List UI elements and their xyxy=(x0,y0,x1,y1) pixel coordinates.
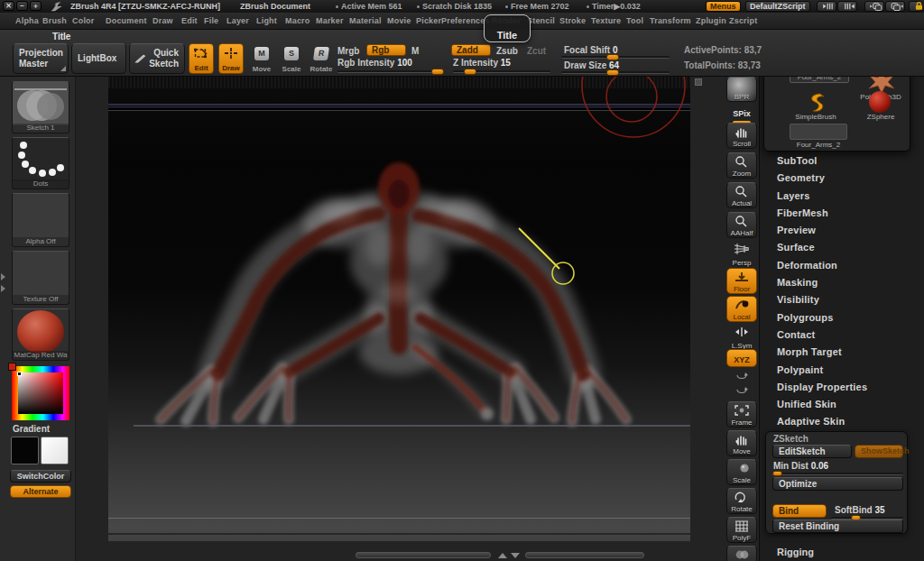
move-mode-button[interactable]: M Move xyxy=(249,43,274,74)
canvas[interactable] xyxy=(108,77,690,541)
rotate-canvas-button[interactable]: Rotate xyxy=(726,488,757,514)
menu-file[interactable]: File xyxy=(204,16,218,25)
menu-preferences[interactable]: Preferences xyxy=(441,16,490,25)
aahalf-button[interactable]: AAHalf xyxy=(726,212,757,238)
zsphere-icon[interactable] xyxy=(869,91,891,113)
tray-divider-arrow-icon[interactable] xyxy=(1,285,5,292)
mrgb-button[interactable]: Mrgb xyxy=(337,46,359,56)
matcap-thumbnail[interactable]: MatCap Red Wa xyxy=(12,308,69,361)
frame-button[interactable]: Frame xyxy=(726,401,757,428)
menu-layer[interactable]: Layer xyxy=(226,16,249,25)
scale-mode-button[interactable]: S Scale xyxy=(279,43,304,74)
menus-button[interactable]: Menus xyxy=(706,1,741,12)
projection-master-button[interactable]: ProjectionMaster xyxy=(13,43,69,74)
right-tray-toggle-icon[interactable] xyxy=(837,1,857,12)
simplebrush-icon[interactable] xyxy=(802,91,829,115)
menu-macro[interactable]: Macro xyxy=(285,16,310,25)
switch-color-button[interactable]: SwitchColor xyxy=(10,470,71,483)
floor-button[interactable]: Floor xyxy=(726,268,757,294)
alternate-button[interactable]: Alternate xyxy=(10,485,71,498)
menu-alpha[interactable]: Alpha xyxy=(15,16,39,25)
zsketch-header[interactable]: ZSketch xyxy=(773,434,808,444)
menu-stencil[interactable]: Stencil xyxy=(527,16,555,25)
close-window-button[interactable]: ✕ xyxy=(3,1,14,11)
lightbox-button[interactable]: LightBox xyxy=(71,43,126,74)
section-polypaint[interactable]: Polypaint xyxy=(760,364,924,382)
menu-stroke[interactable]: Stroke xyxy=(559,16,586,25)
menu-material[interactable]: Material xyxy=(349,16,382,25)
left-palette-dock-icon[interactable] xyxy=(864,1,884,12)
section-contact[interactable]: Contact xyxy=(760,329,924,346)
menu-marker[interactable]: Marker xyxy=(316,16,344,25)
tray-divider-arrow-icon[interactable] xyxy=(1,273,5,280)
optimize-button[interactable]: Optimize xyxy=(772,477,903,491)
menu-zscript[interactable]: Zscript xyxy=(729,16,757,25)
scroll-button[interactable]: Scroll xyxy=(726,123,757,149)
transp-button[interactable]: Transp xyxy=(726,546,757,561)
bpr-render-button[interactable]: BPR xyxy=(726,77,757,102)
right-palette-dock-icon[interactable] xyxy=(885,1,905,12)
rgb-intensity-slider[interactable] xyxy=(337,70,444,73)
zoom-window-button[interactable]: ＋ xyxy=(30,1,42,11)
m-button[interactable]: M xyxy=(411,46,419,56)
section-subtool[interactable]: SubTool xyxy=(760,155,924,172)
section-rigging[interactable]: Rigging xyxy=(777,547,814,557)
persp-button[interactable]: Persp xyxy=(726,241,757,267)
menu-picker[interactable]: Picker xyxy=(416,16,441,25)
rgb-button[interactable]: Rgb xyxy=(366,44,406,56)
xyz-button[interactable]: XYZ xyxy=(726,349,757,367)
texture-off-thumbnail[interactable]: Texture Off xyxy=(12,251,69,305)
menu-edit[interactable]: Edit xyxy=(181,16,198,25)
quick-sketch-button[interactable]: QuickSketch xyxy=(129,43,185,74)
edit-sketch-button[interactable]: EditSketch xyxy=(772,445,852,458)
section-masking[interactable]: Masking xyxy=(760,277,924,294)
minimize-window-button[interactable]: − xyxy=(16,1,28,11)
menu-movie[interactable]: Movie xyxy=(387,16,411,25)
menu-brush[interactable]: Brush xyxy=(42,16,67,25)
section-polygroups[interactable]: Polygroups xyxy=(760,312,924,329)
move-canvas-button[interactable]: Move xyxy=(726,430,757,456)
alpha-off-thumbnail[interactable]: Alpha Off xyxy=(12,193,69,247)
gradient-label[interactable]: Gradient xyxy=(13,424,50,434)
horizontal-scrollbar-right[interactable] xyxy=(525,552,644,558)
section-visibility[interactable]: Visibility xyxy=(760,294,924,311)
horizontal-scrollbar-left[interactable] xyxy=(356,552,491,558)
min-dist-slider[interactable] xyxy=(772,473,903,475)
menu-tool[interactable]: Tool xyxy=(626,16,643,25)
rotate-mode-button[interactable]: R Rotate xyxy=(309,43,334,74)
spin-y-icon[interactable] xyxy=(726,369,757,383)
menu-texture[interactable]: Texture xyxy=(591,16,621,25)
scroll-up-arrow-icon[interactable] xyxy=(498,553,507,558)
polyframe-button[interactable]: PolyF xyxy=(726,517,757,543)
menu-color[interactable]: Color xyxy=(72,16,95,25)
show-sketch-button[interactable]: ShowSketch xyxy=(855,445,903,458)
brush-thumbnail-sketch1[interactable]: Sketch 1 xyxy=(12,81,69,133)
main-color-swatch[interactable] xyxy=(11,437,39,464)
section-fibermesh[interactable]: FiberMesh xyxy=(760,207,924,225)
menu-light[interactable]: Light xyxy=(256,16,277,25)
menu-document[interactable]: Document xyxy=(106,16,147,25)
menu-zplugin[interactable]: Zplugin xyxy=(696,16,726,25)
menu-draw[interactable]: Draw xyxy=(152,16,173,25)
tool-item-label[interactable]: ZSphere xyxy=(851,113,910,121)
z-intensity-slider-handle[interactable] xyxy=(464,69,476,75)
rgb-intensity-slider-handle[interactable] xyxy=(431,69,444,75)
tool-item-label[interactable]: Four_Arms_2 xyxy=(777,141,860,149)
spin-z-icon[interactable] xyxy=(726,383,757,398)
actual-size-button[interactable]: Actual xyxy=(726,182,757,208)
zcut-button[interactable]: Zcut xyxy=(527,46,546,56)
draw-mode-button[interactable]: Draw xyxy=(218,43,244,74)
left-tray-toggle-icon[interactable] xyxy=(817,1,836,12)
section-morph-target[interactable]: Morph Target xyxy=(760,346,924,363)
section-deformation[interactable]: Deformation xyxy=(760,260,924,277)
scroll-down-arrow-icon[interactable] xyxy=(511,553,520,558)
lock-icon[interactable] xyxy=(909,1,922,12)
min-dist-slider-handle[interactable] xyxy=(772,471,782,476)
draw-size-slider-handle[interactable] xyxy=(606,69,619,76)
zoom-button[interactable]: Zoom xyxy=(726,152,757,179)
reset-binding-button[interactable]: Reset Binding xyxy=(772,520,903,533)
section-unified-skin[interactable]: Unified Skin xyxy=(760,399,924,416)
tool-item-four-arms-2[interactable] xyxy=(790,124,847,140)
zsub-button[interactable]: Zsub xyxy=(496,46,518,56)
section-display-properties[interactable]: Display Properties xyxy=(760,382,924,399)
